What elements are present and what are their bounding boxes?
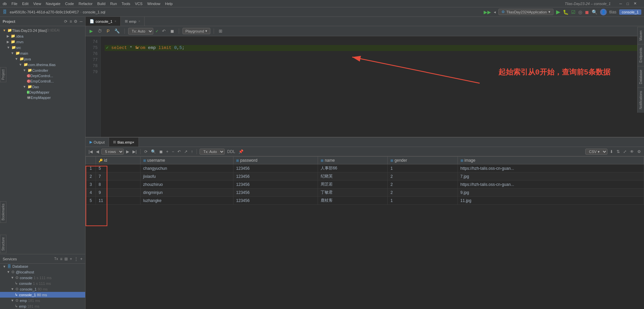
filter-btn[interactable]: 🔍 [150, 149, 157, 154]
window-close[interactable]: ✕ [634, 1, 637, 6]
tab-console1-close[interactable]: × [114, 19, 116, 23]
stop-sql-btn[interactable]: ◼ [169, 28, 175, 34]
results-tab-emp[interactable]: ⊞ tlias.emp × [109, 138, 139, 147]
table-row[interactable]: 5 11 luzhangke 123456 鹿杖客 1 11.jpg [86, 197, 644, 205]
window-minimize[interactable]: ─ [620, 2, 622, 6]
app-selector[interactable]: ⚙ TliasDay2324Application ▾ [498, 9, 553, 15]
menu-window[interactable]: Window [147, 2, 160, 6]
first-page-btn[interactable]: |◀ [88, 149, 94, 154]
refresh-btn[interactable]: ⟳ [143, 149, 149, 154]
menu-code[interactable]: Code [65, 2, 74, 6]
table-row[interactable]: 4 9 dingminjun 123456 丁敏君 2 9.jpg [86, 189, 644, 197]
svc-console1-selected[interactable]: ↳ console_1 80 ms [0, 292, 85, 298]
submit-btn[interactable]: ↗ [183, 149, 189, 154]
tree-controller[interactable]: ▼ 📁 Controller [0, 67, 85, 73]
th-id[interactable]: 🔑id [96, 157, 141, 164]
debug-btn[interactable]: 🐛 [563, 9, 569, 15]
eye-btn[interactable]: 👁 [629, 149, 635, 154]
menu-file[interactable]: File [11, 2, 17, 6]
svc-localhost[interactable]: ▼ ⊙ @localhost [0, 269, 85, 275]
add-row-btn[interactable]: + [165, 149, 169, 154]
tree-package[interactable]: ▼ 📁 com.itheima.tlias [0, 62, 85, 67]
run-btn[interactable]: ▶ [556, 9, 560, 15]
menu-vcs[interactable]: VCS [135, 2, 143, 6]
side-tab-database[interactable]: Database [638, 66, 644, 88]
table-row[interactable]: 2 7 jixiaofu 123456 纪晓芙 2 7.jpg [86, 172, 644, 181]
tab-emp[interactable]: ⊞ emp × [121, 17, 145, 26]
ddl-btn[interactable]: DDL [226, 149, 236, 154]
th-image[interactable]: ⊞image [458, 157, 644, 164]
menu-refactor[interactable]: Refactor [78, 2, 93, 6]
rows-selector[interactable]: 5 rows [101, 149, 124, 155]
breadcrumb-hash[interactable]: ea45918c-7641-461d-a270-6b9c19d04f17 [10, 10, 79, 14]
code-line-75[interactable]: ✓ select * from emp limit 0 , 5 [105, 45, 640, 51]
svc-console1-group[interactable]: ▼ ⊙ console_1 80 ms [0, 286, 85, 292]
svc-more-icon[interactable]: ⋮ [74, 257, 78, 261]
up-btn[interactable]: ↑ [190, 149, 194, 154]
side-tab-notifications[interactable]: Notifications [638, 87, 644, 112]
grid-btn[interactable]: ⊞ [217, 28, 224, 34]
svc-database[interactable]: ▼ 🗄 Database [0, 264, 85, 269]
table-row[interactable]: 1 5 changyuchun 123456 人事部66 1 https://h… [86, 164, 644, 172]
pin-btn[interactable]: P [105, 28, 111, 34]
table-row[interactable]: 3 8 zhouzhiruo 123456 周芷若 2 https://hzh-… [86, 181, 644, 189]
svc-console-item[interactable]: ↳ console 1 s 111 ms [0, 280, 85, 286]
remove-row-btn[interactable]: − [171, 149, 175, 154]
svc-console-group[interactable]: ▼ ⊙ console 1 s 111 ms [0, 275, 85, 280]
structure-tab[interactable]: Structure [0, 235, 6, 253]
prev-page-btn[interactable]: ◀ [95, 149, 100, 154]
coverage-btn[interactable]: ☑ [571, 9, 576, 15]
tab-console1[interactable]: 📄 console_1 × [86, 17, 121, 26]
side-tab-endpoints[interactable]: Endpoints [638, 44, 644, 66]
pin-results-btn[interactable]: 📌 [237, 149, 245, 154]
tree-idea[interactable]: ▶ 📁 .idea [0, 33, 85, 39]
menu-edit[interactable]: Edit [22, 2, 29, 6]
svc-add-icon[interactable]: + [70, 257, 72, 261]
stop-results-btn[interactable]: ◼ [158, 149, 164, 154]
side-tab-maven[interactable]: Maven [638, 27, 644, 44]
menu-tools[interactable]: Tools [122, 2, 130, 6]
user-label[interactable]: tlias [609, 10, 616, 14]
menu-db[interactable]: db [3, 2, 7, 6]
revert-btn[interactable]: ↶ [176, 149, 182, 154]
user-avatar[interactable]: 👤 [600, 9, 607, 15]
tree-java[interactable]: ▼ 📁 java [0, 56, 85, 62]
svc-emp-group[interactable]: ▼ ⊙ emp 181 ms [0, 298, 85, 303]
search-icon[interactable]: 🔍 [592, 9, 597, 15]
collapse-icon[interactable]: ≡ [69, 19, 72, 24]
playground-btn[interactable]: Playground ▾ [182, 28, 211, 34]
tx-selector[interactable]: Tx: Auto [128, 28, 153, 35]
data-table-container[interactable]: 🔑id ⊞username ⊞password ⊞name ⊞gender ⊞i… [86, 156, 644, 244]
stop-btn[interactable]: ◼ [585, 9, 589, 15]
tab-emp-close[interactable]: × [138, 19, 140, 23]
last-page-btn[interactable]: ▶| [131, 149, 138, 154]
th-name[interactable]: ⊞name [318, 157, 388, 164]
tree-deptcontroller[interactable]: C DeptControl... [0, 73, 85, 79]
close-sidebar-icon[interactable]: ─ [79, 19, 83, 24]
svc-emp-item[interactable]: ↳ emp 181 ms [0, 303, 85, 309]
bookmarks-tab[interactable]: Bookmarks [0, 201, 6, 223]
format-btn[interactable]: 🔧 [113, 28, 121, 34]
profile-btn[interactable]: ◎ [578, 9, 582, 15]
tree-empmapper[interactable]: M EmpMapper [0, 95, 85, 100]
tree-main[interactable]: ▼ 📁 main [0, 50, 85, 56]
expand-btn[interactable]: ⤢ [622, 149, 628, 154]
run-all-icon[interactable]: ▶▶ [484, 9, 491, 15]
tree-mvn[interactable]: ▶ 📁 .mvn [0, 39, 85, 45]
results-tab-output[interactable]: ▶ Output [86, 138, 109, 147]
svc-tree-icon[interactable]: ⊞ [64, 257, 68, 261]
menu-run[interactable]: Run [110, 2, 117, 6]
next-page-btn[interactable]: ▶ [125, 149, 130, 154]
download-btn[interactable]: ⬇ [609, 149, 614, 154]
console-tab-top[interactable]: console_1 [619, 9, 641, 15]
tree-empcontroller[interactable]: C EmpControll... [0, 79, 85, 84]
code-content[interactable]: ● ✓ select * from emp limit [101, 36, 644, 137]
svc-list-icon[interactable]: ≡ [60, 257, 62, 261]
back-icon[interactable]: ◂ [494, 10, 496, 14]
menu-view[interactable]: View [33, 2, 41, 6]
emp-table-close[interactable]: × [132, 140, 134, 144]
undo-btn[interactable]: ↶ [161, 28, 167, 34]
tx-auto-selector[interactable]: Tx: Auto [200, 149, 225, 155]
menu-help[interactable]: Help [165, 2, 173, 6]
run-current-btn[interactable]: ⏱ [96, 28, 103, 34]
